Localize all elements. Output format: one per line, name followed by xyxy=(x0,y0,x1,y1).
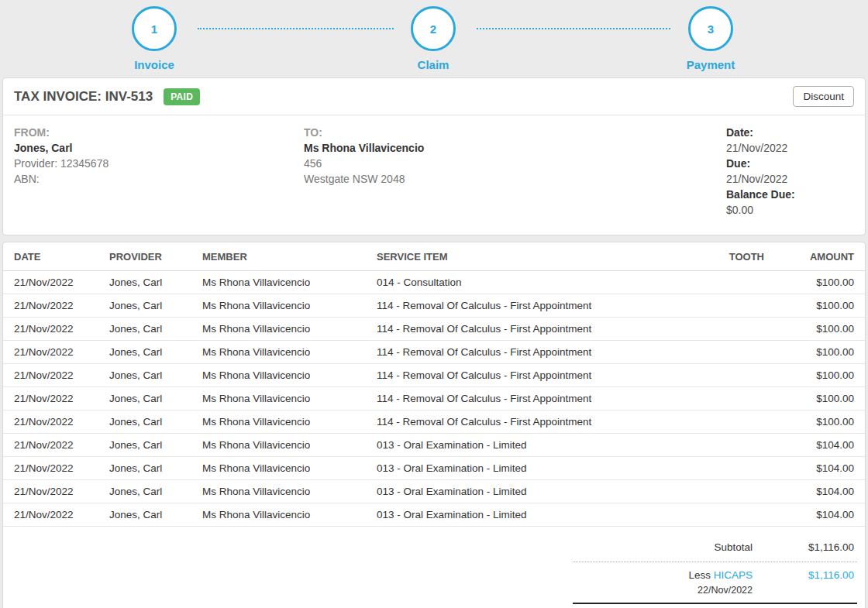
cell-member: Ms Rhona Villavicencio xyxy=(196,387,370,410)
cell-tooth xyxy=(701,410,770,434)
to-address-line2: Westgate NSW 2048 xyxy=(304,171,726,187)
cell-provider: Jones, Carl xyxy=(103,503,196,527)
cell-tooth xyxy=(701,294,770,318)
to-label: TO: xyxy=(304,125,726,140)
cell-tooth xyxy=(701,503,770,527)
cell-amount: $104.00 xyxy=(770,457,865,480)
hicaps-payment-date: 22/Nov/2022 xyxy=(573,583,753,603)
cell-service-item: 013 - Oral Examination - Limited xyxy=(370,457,701,480)
less-label: Less xyxy=(688,569,711,581)
step-payment-label: Payment xyxy=(687,58,735,71)
less-hicaps-date-row: 22/Nov/2022 xyxy=(573,583,857,603)
stepper-connector xyxy=(198,28,394,29)
step-invoice-label: Invoice xyxy=(134,58,174,71)
table-body: 21/Nov/2022 Jones, Carl Ms Rhona Villavi… xyxy=(3,271,865,527)
cell-tooth xyxy=(701,387,770,410)
step-payment-circle: 3 xyxy=(688,6,733,51)
table-header-row: DATE PROVIDER MEMBER SERVICE ITEM TOOTH … xyxy=(3,242,865,271)
cell-provider: Jones, Carl xyxy=(103,457,196,480)
to-address-line1: 456 xyxy=(304,156,726,171)
to-block: TO: Ms Rhona Villavicencio 456 Westgate … xyxy=(304,125,726,218)
cell-provider: Jones, Carl xyxy=(103,434,196,457)
table-row: 21/Nov/2022 Jones, Carl Ms Rhona Villavi… xyxy=(3,434,865,457)
totals-section: Subtotal $1,116.00 Less HICAPS $1,116.00… xyxy=(573,534,857,608)
hicaps-link[interactable]: HICAPS xyxy=(714,569,753,581)
subtotal-amount: $1,116.00 xyxy=(753,541,857,553)
cell-service-item: 013 - Oral Examination - Limited xyxy=(370,480,701,503)
cell-member: Ms Rhona Villavicencio xyxy=(196,294,370,318)
subtotal-row: Subtotal $1,116.00 xyxy=(573,534,857,562)
balance-due-block: BALANCE DUE $0.00 xyxy=(573,603,857,608)
step-invoice[interactable]: 1 Invoice xyxy=(108,6,201,71)
cell-provider: Jones, Carl xyxy=(103,364,196,387)
step-payment[interactable]: 3 Payment xyxy=(664,6,757,71)
cell-tooth xyxy=(701,318,770,341)
cell-service-item: 014 - Consultation xyxy=(370,271,701,294)
cell-amount: $104.00 xyxy=(770,434,865,457)
cell-tooth xyxy=(701,364,770,387)
table-row: 21/Nov/2022 Jones, Carl Ms Rhona Villavi… xyxy=(3,294,865,318)
cell-tooth xyxy=(701,434,770,457)
invoice-parties: FROM: Jones, Carl Provider: 12345678 ABN… xyxy=(3,115,865,235)
cell-date: 21/Nov/2022 xyxy=(3,410,103,434)
cell-date: 21/Nov/2022 xyxy=(3,294,103,318)
cell-date: 21/Nov/2022 xyxy=(3,387,103,410)
cell-provider: Jones, Carl xyxy=(103,341,196,364)
line-items-table: DATE PROVIDER MEMBER SERVICE ITEM TOOTH … xyxy=(3,242,865,527)
cell-amount: $100.00 xyxy=(770,318,865,341)
cell-member: Ms Rhona Villavicencio xyxy=(196,457,370,480)
header-tooth: TOOTH xyxy=(701,242,770,271)
cell-member: Ms Rhona Villavicencio xyxy=(196,318,370,341)
header-member: MEMBER xyxy=(196,242,370,271)
cell-service-item: 114 - Removal Of Calculus - First Appoin… xyxy=(370,364,701,387)
step-claim[interactable]: 2 Claim xyxy=(387,6,480,71)
date-label: Date: xyxy=(726,125,854,140)
table-row: 21/Nov/2022 Jones, Carl Ms Rhona Villavi… xyxy=(3,271,865,294)
cell-date: 21/Nov/2022 xyxy=(3,480,103,503)
table-row: 21/Nov/2022 Jones, Carl Ms Rhona Villavi… xyxy=(3,480,865,503)
cell-date: 21/Nov/2022 xyxy=(3,318,103,341)
from-provider: Provider: 12345678 xyxy=(14,156,304,171)
line-items-card: DATE PROVIDER MEMBER SERVICE ITEM TOOTH … xyxy=(2,242,866,608)
cell-provider: Jones, Carl xyxy=(103,480,196,503)
cell-service-item: 114 - Removal Of Calculus - First Appoin… xyxy=(370,410,701,434)
less-hicaps-row: Less HICAPS $1,116.00 xyxy=(573,562,857,583)
cell-tooth xyxy=(701,480,770,503)
table-row: 21/Nov/2022 Jones, Carl Ms Rhona Villavi… xyxy=(3,457,865,480)
cell-service-item: 013 - Oral Examination - Limited xyxy=(370,503,701,527)
cell-provider: Jones, Carl xyxy=(103,387,196,410)
less-hicaps-amount: $1,116.00 xyxy=(753,569,857,581)
subtotal-label: Subtotal xyxy=(573,541,753,553)
balance-due-label: Balance Due: xyxy=(726,187,854,202)
table-row: 21/Nov/2022 Jones, Carl Ms Rhona Villavi… xyxy=(3,364,865,387)
header-provider: PROVIDER xyxy=(103,242,196,271)
cell-member: Ms Rhona Villavicencio xyxy=(196,341,370,364)
stepper-connector xyxy=(477,28,670,29)
header-amount: AMOUNT xyxy=(770,242,865,271)
table-row: 21/Nov/2022 Jones, Carl Ms Rhona Villavi… xyxy=(3,387,865,410)
discount-button[interactable]: Discount xyxy=(793,86,854,107)
from-block: FROM: Jones, Carl Provider: 12345678 ABN… xyxy=(14,125,304,218)
cell-amount: $100.00 xyxy=(770,271,865,294)
cell-provider: Jones, Carl xyxy=(103,294,196,318)
less-hicaps-label: Less HICAPS xyxy=(573,569,753,581)
cell-member: Ms Rhona Villavicencio xyxy=(196,503,370,527)
from-abn: ABN: xyxy=(14,171,304,187)
cell-amount: $100.00 xyxy=(770,410,865,434)
step-invoice-number: 1 xyxy=(151,22,157,36)
cell-amount: $104.00 xyxy=(770,503,865,527)
cell-date: 21/Nov/2022 xyxy=(3,271,103,294)
date-value: 21/Nov/2022 xyxy=(726,140,854,156)
cell-member: Ms Rhona Villavicencio xyxy=(196,364,370,387)
cell-amount: $104.00 xyxy=(770,480,865,503)
cell-tooth xyxy=(701,341,770,364)
step-claim-label: Claim xyxy=(418,58,450,71)
header-date: DATE xyxy=(3,242,103,271)
cell-date: 21/Nov/2022 xyxy=(3,434,103,457)
table-row: 21/Nov/2022 Jones, Carl Ms Rhona Villavi… xyxy=(3,341,865,364)
to-name: Ms Rhona Villavicencio xyxy=(304,140,726,156)
cell-service-item: 114 - Removal Of Calculus - First Appoin… xyxy=(370,318,701,341)
cell-tooth xyxy=(701,457,770,480)
cell-service-item: 114 - Removal Of Calculus - First Appoin… xyxy=(370,387,701,410)
from-name: Jones, Carl xyxy=(14,140,304,156)
